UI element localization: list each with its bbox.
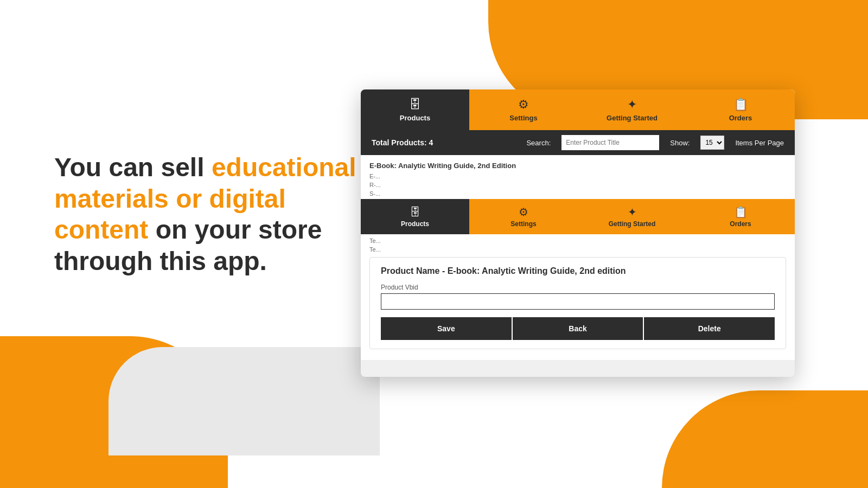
left-section: You can sell educational materials or di… [54, 152, 369, 277]
overlay-nav-label-getting-started: Getting Started [609, 220, 656, 228]
overlay-nav-settings[interactable]: ⚙ Settings [469, 199, 578, 234]
nav-label-orders: Orders [729, 114, 752, 122]
truncated-row-3: S-... [369, 190, 786, 197]
bg-bottom-right [662, 390, 868, 488]
search-label: Search: [526, 139, 551, 147]
settings-icon: ⚙ [518, 98, 529, 112]
overlay-nav-getting-started[interactable]: ✦ Getting Started [578, 199, 686, 234]
total-products: Total Products: 4 [372, 138, 433, 147]
nav-item-products[interactable]: 🗄 Products [361, 89, 469, 130]
nav-bar: 🗄 Products ⚙ Settings ✦ Getting Started … [361, 89, 795, 130]
show-label: Show: [670, 139, 690, 147]
nav-label-getting-started: Getting Started [607, 114, 658, 122]
per-page-label: Items Per Page [735, 139, 784, 147]
vbid-label: Product Vbid [381, 284, 775, 291]
product-list-area: E-Book: Analytic Writing Guide, 2nd Edit… [361, 155, 795, 360]
truncated-row-1: E-... [369, 173, 786, 179]
overlay-nav-label-products: Products [401, 220, 429, 228]
back-button[interactable]: Back [513, 317, 643, 340]
overlay-nav-orders[interactable]: 📋 Orders [686, 199, 795, 234]
vbid-input[interactable] [381, 293, 775, 310]
nav-label-products: Products [400, 114, 430, 122]
nav-item-getting-started[interactable]: ✦ Getting Started [578, 89, 686, 130]
nav-item-settings[interactable]: ⚙ Settings [469, 89, 578, 130]
bg-gray-curve [108, 347, 380, 455]
delete-button[interactable]: Delete [644, 317, 775, 340]
products-icon: 🗄 [409, 98, 421, 112]
search-input[interactable] [561, 135, 659, 150]
items-per-page-select[interactable]: 15 25 50 [700, 136, 724, 150]
products-bar: Total Products: 4 Search: Show: 15 25 50… [361, 130, 795, 155]
overlay-getting-started-icon: ✦ [628, 206, 637, 219]
app-window: 🗄 Products ⚙ Settings ✦ Getting Started … [361, 89, 795, 377]
overlay-nav-products[interactable]: 🗄 Products [361, 199, 469, 234]
overlay-products-icon: 🗄 [410, 206, 420, 219]
product-detail-title: Product Name - E-book: Analytic Writing … [381, 266, 775, 276]
overlay-nav: 🗄 Products ⚙ Settings ✦ Getting Started … [361, 199, 795, 234]
overlay-nav-label-settings: Settings [510, 220, 536, 228]
overlay-nav-label-orders: Orders [730, 220, 751, 228]
nav-label-settings: Settings [509, 114, 537, 122]
getting-started-icon: ✦ [627, 98, 637, 112]
overlay-settings-icon: ⚙ [519, 206, 528, 219]
truncated-row-4: Te... [369, 237, 786, 244]
overlay-orders-icon: 📋 [734, 206, 748, 219]
nav-item-orders[interactable]: 📋 Orders [686, 89, 795, 130]
action-buttons: Save Back Delete [381, 317, 775, 340]
product-detail-card: Product Name - E-book: Analytic Writing … [369, 257, 786, 349]
orders-icon: 📋 [733, 98, 748, 112]
truncated-row-2: R-... [369, 182, 786, 188]
intro-text: You can sell [54, 153, 212, 182]
truncated-row-5: Te... [369, 246, 786, 253]
save-button[interactable]: Save [381, 317, 512, 340]
product-item-1[interactable]: E-Book: Analytic Writing Guide, 2nd Edit… [369, 162, 786, 170]
